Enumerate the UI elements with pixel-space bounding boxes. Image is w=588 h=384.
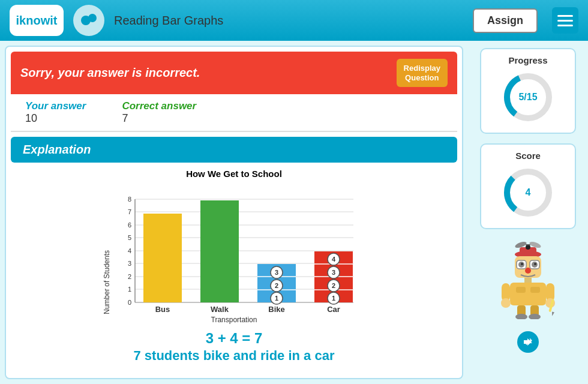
progress-donut: 5/15: [501, 70, 555, 124]
next-arrow[interactable]: ⇄: [517, 331, 539, 353]
robot-svg: [498, 241, 558, 319]
svg-text:⇄: ⇄: [524, 336, 532, 346]
robot-character: [480, 241, 576, 319]
svg-text:3: 3: [332, 269, 335, 276]
svg-point-75: [529, 314, 541, 319]
your-answer-label: Your answer: [25, 100, 86, 112]
score-section: Score 4: [480, 143, 576, 229]
svg-text:1: 1: [128, 286, 131, 293]
score-label: 4: [526, 187, 531, 198]
your-answer-value: 10: [25, 112, 37, 124]
svg-rect-65: [530, 287, 540, 293]
svg-rect-64: [516, 287, 526, 293]
progress-label: 5/15: [518, 92, 537, 103]
svg-point-50: [526, 245, 530, 250]
svg-rect-62: [524, 278, 532, 283]
svg-text:7: 7: [128, 208, 131, 215]
chart-title: How We Get to School: [186, 169, 282, 179]
svg-text:6: 6: [128, 221, 131, 229]
svg-point-68: [501, 298, 511, 308]
svg-text:3: 3: [275, 269, 278, 276]
svg-point-1: [88, 14, 97, 22]
svg-point-61: [525, 268, 531, 274]
score-title: Score: [515, 151, 541, 161]
conclusion: 7 students bike and ride in a car: [6, 348, 462, 370]
correct-answer-label: Correct answer: [122, 100, 196, 112]
menu-line-2: [557, 20, 573, 22]
menu-line-1: [557, 15, 573, 17]
svg-text:1: 1: [275, 295, 278, 302]
progress-title: Progress: [508, 55, 547, 65]
svg-text:2: 2: [275, 282, 278, 289]
svg-text:1: 1: [332, 295, 335, 302]
incorrect-message: Sorry, your answer is incorrect.: [20, 66, 200, 80]
svg-rect-51: [526, 244, 530, 245]
assign-button[interactable]: Assign: [473, 8, 538, 33]
svg-marker-71: [551, 311, 554, 316]
progress-section: Progress 5/15: [480, 48, 576, 134]
correct-answer-col: Correct answer 7: [122, 100, 196, 125]
app-header: iknowit Reading Bar Graphs Assign: [0, 0, 588, 41]
sidebar: Progress 5/15 Score 4: [468, 41, 588, 384]
equation: 3 + 4 = 7: [6, 324, 462, 348]
bar-walk: [200, 200, 239, 302]
explanation-header: Explanation: [11, 137, 457, 163]
score-donut: 4: [501, 166, 555, 220]
bar-bus: [143, 214, 182, 302]
svg-text:0: 0: [128, 299, 131, 306]
svg-point-59: [521, 263, 523, 265]
svg-point-60: [534, 263, 536, 265]
svg-text:Walk: Walk: [211, 305, 229, 314]
explanation-label: Explanation: [23, 143, 91, 156]
content-area: Sorry, your answer is incorrect. Redispl…: [5, 46, 463, 379]
answer-compare: Your answer 10 Correct answer 7: [11, 94, 457, 132]
chart-wrap: Number of Students 0 1: [103, 182, 365, 314]
your-answer-col: Your answer 10: [25, 100, 86, 125]
subject-icon: [73, 5, 104, 36]
page-title: Reading Bar Graphs: [114, 14, 463, 28]
svg-text:2: 2: [128, 273, 131, 280]
bar-chart-svg: 0 1 2 3 4 5 6 7 8: [113, 182, 365, 314]
y-axis-label: Number of Students: [103, 250, 111, 314]
svg-text:Bus: Bus: [155, 305, 170, 314]
svg-text:4: 4: [332, 256, 336, 263]
x-axis-label: Transportation: [211, 316, 257, 324]
incorrect-banner: Sorry, your answer is incorrect. Redispl…: [11, 52, 457, 94]
svg-text:2: 2: [332, 282, 335, 289]
menu-button[interactable]: [552, 7, 578, 34]
svg-point-74: [515, 314, 527, 319]
redisplay-button[interactable]: RedisplayQuestion: [397, 59, 448, 87]
svg-text:8: 8: [128, 196, 131, 203]
svg-text:5: 5: [128, 234, 131, 241]
chart-container: How We Get to School Number of Students: [6, 163, 462, 324]
logo: iknowit: [10, 5, 64, 36]
svg-text:Bike: Bike: [268, 305, 284, 314]
correct-answer-value: 7: [122, 112, 128, 124]
menu-line-3: [557, 25, 573, 26]
main-layout: Sorry, your answer is incorrect. Redispl…: [0, 41, 588, 384]
svg-text:4: 4: [128, 247, 131, 254]
svg-rect-63: [510, 283, 546, 305]
svg-text:3: 3: [128, 260, 131, 267]
svg-text:Car: Car: [327, 305, 340, 314]
